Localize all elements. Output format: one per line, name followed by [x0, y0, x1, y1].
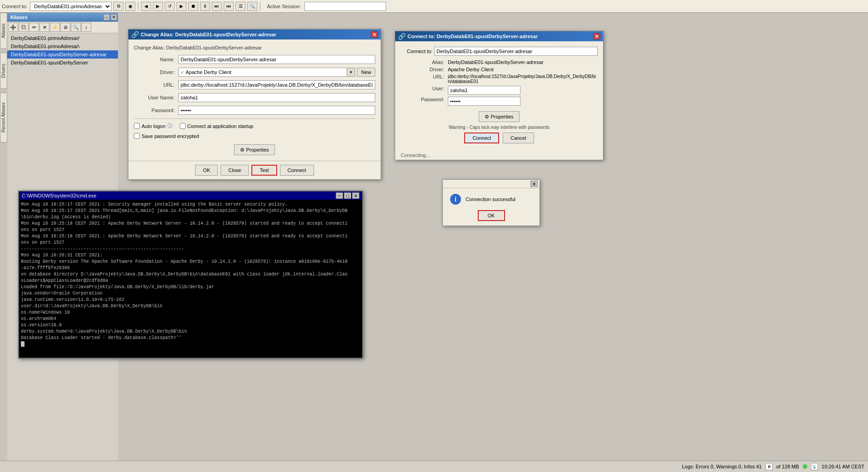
success-dialog-bar: ✕ [443, 180, 539, 188]
driver-select-text: ✓ Apache Derby Client [179, 69, 347, 75]
cmd-line-12: sLoaders$AppClassLoader@2cdf8d8a [21, 278, 360, 284]
connect-action-btn[interactable]: Connect [464, 133, 499, 143]
cmd-line-15: java.runtime.version=11.0.10+8-LTS-162 [21, 297, 360, 303]
username-input[interactable] [178, 93, 375, 102]
driver-label: Driver: [134, 69, 175, 75]
connect-to-combo[interactable]: DerbyDatabE01-primoAdresar/ [30, 2, 112, 11]
connect-startup-checkbox[interactable] [180, 123, 186, 129]
cmd-line-5: Mon Aug 16 10:25:18 CEST 2021 : Apache D… [21, 233, 360, 240]
panel-close-btn[interactable]: ✕ [111, 14, 117, 20]
alias-item-0[interactable]: DerbyDatabE01-primoAdresar/ [7, 34, 120, 42]
alias-properties-btn[interactable]: ⚙ Properties [234, 144, 275, 155]
toolbar-btn-pause[interactable]: ⏸ [200, 2, 210, 11]
alias-item-2[interactable]: DerbyDatabE01-spustDerbyServer-adresar [7, 50, 120, 59]
toolbar-btn-back[interactable]: ◀ [141, 2, 151, 11]
driver-dropdown-arrow[interactable]: ▼ [347, 68, 355, 76]
user-info-label: User: [408, 86, 444, 95]
success-close-btn[interactable]: ✕ [530, 181, 538, 187]
cmd-body[interactable]: Mon Aug 16 10:25:17 CEST 2021 : Security… [19, 200, 362, 358]
alias-edit-btn[interactable]: ✏ [29, 23, 39, 32]
url-info-label: URL: [408, 74, 444, 84]
connect-properties-icon: ⚙ [485, 114, 489, 119]
alias-delete-btn[interactable]: ✕ [39, 23, 49, 32]
toolbar-btn-next[interactable]: ⏭ [212, 2, 222, 11]
toolbar-btn-1[interactable]: ⚙ [113, 2, 123, 11]
change-alias-title-text: Change Alias: DerbyDatabE01-spustDerbySe… [141, 32, 276, 37]
save-password-item: Save password encrypted [134, 133, 199, 139]
alias-search-btn[interactable]: 🔍 [71, 23, 81, 32]
connect-startup-label: Connect at application startup [187, 123, 254, 129]
time-text: 10:26:41 AM CEST [822, 464, 864, 469]
toolbar-btn-play[interactable]: ▶ [177, 2, 186, 11]
memory-text: of 128 MB [776, 464, 799, 469]
save-password-checkbox[interactable] [134, 133, 140, 139]
alias-disconnect-btn[interactable]: ⊘ [60, 23, 70, 32]
name-row: Name: [134, 55, 375, 64]
connect-cancel-btn[interactable]: Cancel [503, 133, 534, 143]
cmd-cursor-line [21, 341, 360, 348]
panel-minimize-btn[interactable]: ─ [103, 14, 110, 20]
user-info-input[interactable] [448, 86, 520, 95]
alias-copy-btn[interactable]: ⿻ [19, 23, 29, 32]
tab-drivers[interactable]: Drivers [0, 53, 7, 89]
username-row: User Name: [134, 93, 375, 102]
toolbar-btn-stop[interactable]: ⏹ [188, 2, 198, 11]
alias-connect-action-btn[interactable]: Connect [280, 165, 314, 176]
cmd-line-14: java.vendor=Oracle Corporation [21, 290, 360, 297]
auto-logon-item: Auto logon ⓘ [134, 123, 172, 129]
toolbar-btn-refresh[interactable]: ↺ [165, 2, 175, 11]
cmd-minimize-btn[interactable]: ─ [336, 192, 343, 199]
cmd-cursor [21, 341, 25, 347]
connect-startup-item: Connect at application startup [180, 123, 254, 129]
toolbar-separator-1 [138, 2, 138, 10]
warning-text: Warning - Caps lock may interfere with p… [401, 125, 598, 130]
change-alias-close-btn[interactable]: ✕ [371, 31, 378, 38]
toolbar-btn-2[interactable]: ◉ [125, 2, 135, 11]
connect-to-row: Connect to: [401, 47, 598, 56]
tab-aliases[interactable]: Aliases [0, 13, 7, 49]
new-driver-btn[interactable]: New [357, 68, 375, 77]
success-body: i Connection successful [443, 188, 539, 210]
active-session-input[interactable] [304, 2, 386, 11]
save-password-label: Save password encrypted [142, 133, 199, 139]
alias-add-btn[interactable]: ➕ [8, 23, 18, 32]
cmd-line-10: -a17e-ffffbfe26306 [21, 265, 360, 271]
url-input[interactable] [178, 80, 375, 89]
connect-to-lbl: Connect to: [401, 49, 432, 54]
auto-logon-checkbox[interactable] [134, 123, 140, 129]
statusbar-icon: 🖥 [765, 463, 773, 470]
connect-to-input[interactable] [434, 47, 598, 56]
change-alias-footer: OK Close Test Connect [128, 161, 381, 179]
toolbar-btn-fwd[interactable]: ▶ [153, 2, 163, 11]
toolbar-btn-menu[interactable]: ☰ [235, 2, 245, 11]
cmd-line-19: os.version=10.0 [21, 322, 360, 329]
alias-test-btn[interactable]: Test [251, 165, 277, 176]
cmd-maximize-btn[interactable]: □ [344, 192, 351, 199]
cmd-line-1: Mon Aug 16 10:25:17 CEST 2021 Thread[mai… [21, 208, 360, 214]
checkbox-row: Auto logon ⓘ Connect at application star… [134, 123, 375, 129]
password-input[interactable] [178, 106, 375, 115]
toolbar-btn-search[interactable]: 🔍 [247, 2, 257, 11]
logs-text: Logs: Errors 0, Warnings 0, Infos 41 [682, 464, 762, 469]
alias-item-1[interactable]: DerbyDatabE01-primoAdresar\ [7, 42, 120, 50]
password-info-input[interactable] [448, 97, 520, 106]
dialog-divider [134, 118, 375, 119]
name-input[interactable] [178, 55, 375, 64]
alias-item-3[interactable]: DerbyDatabE01-spustDerbyServer [7, 59, 120, 67]
success-ok-btn[interactable]: OK [478, 210, 505, 221]
alias-ok-btn[interactable]: OK [195, 165, 218, 176]
connect-dialog-close-btn[interactable]: ✕ [593, 33, 600, 39]
auto-logon-label: Auto logon [142, 123, 166, 129]
cmd-line-13: Loaded from file:/D:/JavaProjekty/Java.D… [21, 284, 360, 290]
alias-sort-btn[interactable]: ↕ [81, 23, 91, 32]
save-password-row: Save password encrypted [134, 133, 375, 139]
cmd-close-btn[interactable]: ✕ [352, 192, 359, 199]
alias-close-btn[interactable]: Close [221, 165, 249, 176]
connect-properties-btn[interactable]: ⚙ Properties [479, 111, 519, 122]
statusbar: Logs: Errors 0, Warnings 0, Infos 41 🖥 o… [0, 461, 868, 472]
tab-recent-aliases[interactable]: Recent Aliases [0, 93, 7, 143]
alias-connect-btn[interactable]: ⚡ [50, 23, 60, 32]
toolbar-btn-prev[interactable]: ⏮ [224, 2, 234, 11]
driver-select[interactable]: ✓ Apache Derby Client ▼ [178, 68, 355, 77]
success-message: Connection successful [466, 197, 515, 202]
